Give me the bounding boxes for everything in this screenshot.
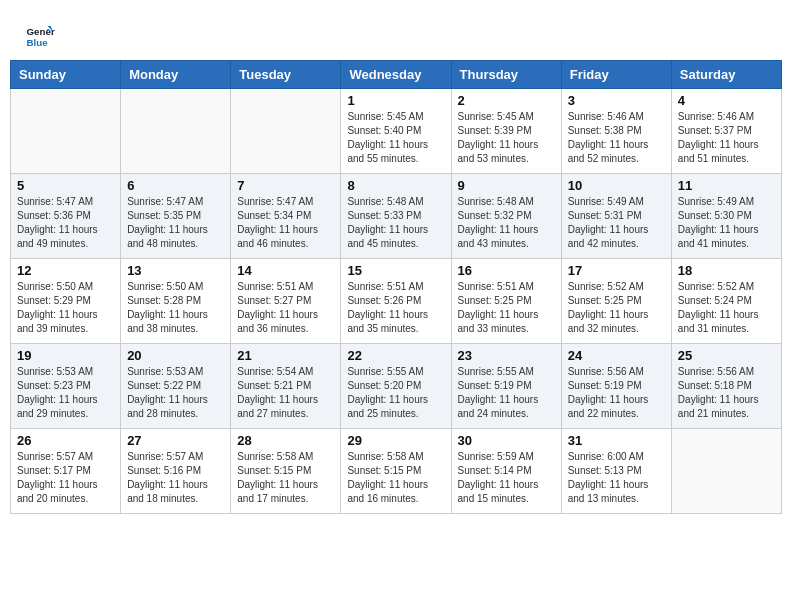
day-info: Sunrise: 5:46 AM Sunset: 5:37 PM Dayligh… [678,110,775,166]
day-number: 31 [568,433,665,448]
day-number: 13 [127,263,224,278]
day-number: 8 [347,178,444,193]
day-info: Sunrise: 5:58 AM Sunset: 5:15 PM Dayligh… [237,450,334,506]
day-info: Sunrise: 5:52 AM Sunset: 5:25 PM Dayligh… [568,280,665,336]
calendar-header-row: SundayMondayTuesdayWednesdayThursdayFrid… [11,61,782,89]
calendar-cell: 6Sunrise: 5:47 AM Sunset: 5:35 PM Daylig… [121,174,231,259]
calendar-cell: 21Sunrise: 5:54 AM Sunset: 5:21 PM Dayli… [231,344,341,429]
calendar-cell: 9Sunrise: 5:48 AM Sunset: 5:32 PM Daylig… [451,174,561,259]
page-header: General Blue [10,10,782,55]
day-number: 29 [347,433,444,448]
day-number: 4 [678,93,775,108]
calendar-table: SundayMondayTuesdayWednesdayThursdayFrid… [10,60,782,514]
calendar-cell: 12Sunrise: 5:50 AM Sunset: 5:29 PM Dayli… [11,259,121,344]
calendar-week-row: 5Sunrise: 5:47 AM Sunset: 5:36 PM Daylig… [11,174,782,259]
day-info: Sunrise: 5:47 AM Sunset: 5:36 PM Dayligh… [17,195,114,251]
logo-icon: General Blue [25,20,55,50]
day-number: 14 [237,263,334,278]
calendar-cell: 29Sunrise: 5:58 AM Sunset: 5:15 PM Dayli… [341,429,451,514]
day-info: Sunrise: 5:45 AM Sunset: 5:40 PM Dayligh… [347,110,444,166]
day-info: Sunrise: 5:51 AM Sunset: 5:27 PM Dayligh… [237,280,334,336]
day-number: 25 [678,348,775,363]
column-header-monday: Monday [121,61,231,89]
day-info: Sunrise: 5:51 AM Sunset: 5:26 PM Dayligh… [347,280,444,336]
day-number: 26 [17,433,114,448]
calendar-cell [11,89,121,174]
day-number: 10 [568,178,665,193]
calendar-week-row: 19Sunrise: 5:53 AM Sunset: 5:23 PM Dayli… [11,344,782,429]
calendar-cell: 2Sunrise: 5:45 AM Sunset: 5:39 PM Daylig… [451,89,561,174]
column-header-wednesday: Wednesday [341,61,451,89]
day-info: Sunrise: 5:59 AM Sunset: 5:14 PM Dayligh… [458,450,555,506]
calendar-cell: 8Sunrise: 5:48 AM Sunset: 5:33 PM Daylig… [341,174,451,259]
day-number: 23 [458,348,555,363]
day-info: Sunrise: 5:53 AM Sunset: 5:22 PM Dayligh… [127,365,224,421]
day-number: 27 [127,433,224,448]
day-number: 21 [237,348,334,363]
day-number: 7 [237,178,334,193]
day-number: 20 [127,348,224,363]
day-number: 15 [347,263,444,278]
calendar-cell: 25Sunrise: 5:56 AM Sunset: 5:18 PM Dayli… [671,344,781,429]
calendar-cell: 30Sunrise: 5:59 AM Sunset: 5:14 PM Dayli… [451,429,561,514]
day-info: Sunrise: 5:45 AM Sunset: 5:39 PM Dayligh… [458,110,555,166]
calendar-cell [121,89,231,174]
column-header-tuesday: Tuesday [231,61,341,89]
day-number: 5 [17,178,114,193]
column-header-sunday: Sunday [11,61,121,89]
calendar-cell: 15Sunrise: 5:51 AM Sunset: 5:26 PM Dayli… [341,259,451,344]
day-number: 18 [678,263,775,278]
day-info: Sunrise: 5:47 AM Sunset: 5:34 PM Dayligh… [237,195,334,251]
calendar-cell: 16Sunrise: 5:51 AM Sunset: 5:25 PM Dayli… [451,259,561,344]
day-info: Sunrise: 5:51 AM Sunset: 5:25 PM Dayligh… [458,280,555,336]
calendar-cell: 10Sunrise: 5:49 AM Sunset: 5:31 PM Dayli… [561,174,671,259]
calendar-cell: 11Sunrise: 5:49 AM Sunset: 5:30 PM Dayli… [671,174,781,259]
day-info: Sunrise: 5:50 AM Sunset: 5:29 PM Dayligh… [17,280,114,336]
day-info: Sunrise: 5:49 AM Sunset: 5:31 PM Dayligh… [568,195,665,251]
calendar-cell: 19Sunrise: 5:53 AM Sunset: 5:23 PM Dayli… [11,344,121,429]
day-number: 1 [347,93,444,108]
calendar-cell: 17Sunrise: 5:52 AM Sunset: 5:25 PM Dayli… [561,259,671,344]
calendar-cell: 18Sunrise: 5:52 AM Sunset: 5:24 PM Dayli… [671,259,781,344]
calendar-cell: 22Sunrise: 5:55 AM Sunset: 5:20 PM Dayli… [341,344,451,429]
calendar-cell: 7Sunrise: 5:47 AM Sunset: 5:34 PM Daylig… [231,174,341,259]
day-number: 3 [568,93,665,108]
column-header-friday: Friday [561,61,671,89]
day-number: 22 [347,348,444,363]
calendar-week-row: 12Sunrise: 5:50 AM Sunset: 5:29 PM Dayli… [11,259,782,344]
day-number: 11 [678,178,775,193]
column-header-thursday: Thursday [451,61,561,89]
day-info: Sunrise: 5:54 AM Sunset: 5:21 PM Dayligh… [237,365,334,421]
day-info: Sunrise: 5:56 AM Sunset: 5:19 PM Dayligh… [568,365,665,421]
day-info: Sunrise: 5:47 AM Sunset: 5:35 PM Dayligh… [127,195,224,251]
calendar-cell: 26Sunrise: 5:57 AM Sunset: 5:17 PM Dayli… [11,429,121,514]
calendar-cell: 4Sunrise: 5:46 AM Sunset: 5:37 PM Daylig… [671,89,781,174]
logo: General Blue [25,20,59,50]
day-info: Sunrise: 5:53 AM Sunset: 5:23 PM Dayligh… [17,365,114,421]
calendar-cell: 28Sunrise: 5:58 AM Sunset: 5:15 PM Dayli… [231,429,341,514]
day-info: Sunrise: 5:56 AM Sunset: 5:18 PM Dayligh… [678,365,775,421]
calendar-cell: 24Sunrise: 5:56 AM Sunset: 5:19 PM Dayli… [561,344,671,429]
day-info: Sunrise: 5:49 AM Sunset: 5:30 PM Dayligh… [678,195,775,251]
day-number: 17 [568,263,665,278]
calendar-cell: 23Sunrise: 5:55 AM Sunset: 5:19 PM Dayli… [451,344,561,429]
calendar-week-row: 1Sunrise: 5:45 AM Sunset: 5:40 PM Daylig… [11,89,782,174]
day-info: Sunrise: 5:48 AM Sunset: 5:33 PM Dayligh… [347,195,444,251]
calendar-cell [671,429,781,514]
day-number: 19 [17,348,114,363]
day-info: Sunrise: 5:55 AM Sunset: 5:19 PM Dayligh… [458,365,555,421]
column-header-saturday: Saturday [671,61,781,89]
day-number: 9 [458,178,555,193]
day-number: 12 [17,263,114,278]
day-number: 16 [458,263,555,278]
calendar-cell [231,89,341,174]
day-info: Sunrise: 5:55 AM Sunset: 5:20 PM Dayligh… [347,365,444,421]
day-number: 24 [568,348,665,363]
calendar-cell: 1Sunrise: 5:45 AM Sunset: 5:40 PM Daylig… [341,89,451,174]
day-info: Sunrise: 5:57 AM Sunset: 5:16 PM Dayligh… [127,450,224,506]
calendar-cell: 20Sunrise: 5:53 AM Sunset: 5:22 PM Dayli… [121,344,231,429]
day-info: Sunrise: 5:50 AM Sunset: 5:28 PM Dayligh… [127,280,224,336]
day-number: 30 [458,433,555,448]
calendar-cell: 14Sunrise: 5:51 AM Sunset: 5:27 PM Dayli… [231,259,341,344]
day-info: Sunrise: 5:52 AM Sunset: 5:24 PM Dayligh… [678,280,775,336]
